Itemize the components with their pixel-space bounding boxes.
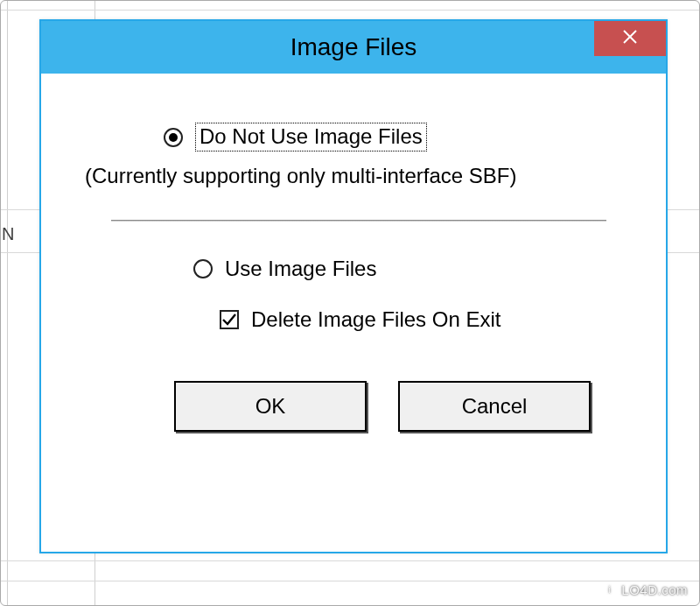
image-files-dialog: Image Files Do Not Use Image Files (Curr… bbox=[39, 19, 668, 553]
info-icon: i bbox=[603, 583, 616, 596]
ok-button[interactable]: OK bbox=[174, 381, 367, 432]
separator bbox=[111, 220, 606, 222]
radio-subtext: (Currently supporting only multi-interfa… bbox=[85, 164, 638, 188]
radio-use[interactable] bbox=[193, 259, 213, 278]
watermark-text: LO4D.com bbox=[621, 582, 688, 597]
radio-use-row[interactable]: Use Image Files bbox=[193, 257, 638, 281]
cancel-button[interactable]: Cancel bbox=[398, 381, 591, 432]
radio-do-not-use[interactable] bbox=[164, 128, 183, 147]
background-partial-text: N bbox=[2, 224, 14, 244]
check-icon bbox=[221, 312, 237, 328]
watermark: i LO4D.com bbox=[603, 582, 688, 597]
close-button[interactable] bbox=[594, 21, 666, 56]
radio-do-not-use-row[interactable]: Do Not Use Image Files bbox=[164, 123, 638, 152]
checkbox-delete-label: Delete Image Files On Exit bbox=[251, 307, 500, 332]
dialog-title: Image Files bbox=[290, 33, 417, 61]
dialog-titlebar[interactable]: Image Files bbox=[41, 21, 666, 74]
close-icon bbox=[622, 29, 638, 48]
dialog-body: Do Not Use Image Files (Currently suppor… bbox=[41, 74, 666, 453]
dialog-button-row: OK Cancel bbox=[174, 381, 638, 432]
radio-do-not-use-label: Do Not Use Image Files bbox=[195, 123, 427, 152]
checkbox-delete-row[interactable]: Delete Image Files On Exit bbox=[220, 307, 638, 332]
radio-use-label: Use Image Files bbox=[225, 257, 376, 281]
checkbox-delete[interactable] bbox=[220, 310, 239, 329]
